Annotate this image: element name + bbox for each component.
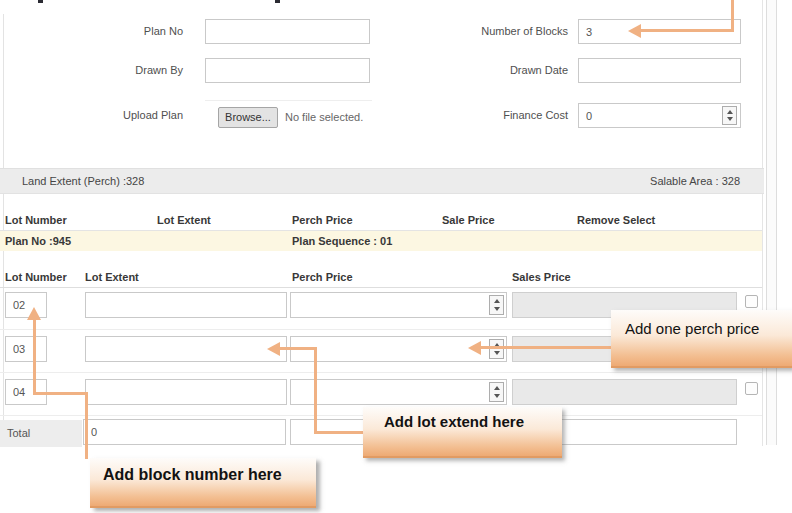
drawn-date-input[interactable] (578, 58, 741, 83)
total-lot-extent-input[interactable] (83, 419, 286, 445)
arrow-head-left-icon (468, 341, 481, 355)
lots-header-lot-number: Lot Number (5, 271, 67, 283)
finance-cost-input[interactable] (578, 103, 741, 128)
arrow-head-left-icon (628, 24, 641, 38)
arrow-line-perch-price (480, 346, 611, 349)
arrow-line-block-number (33, 392, 88, 395)
sales-price-input (512, 379, 737, 405)
plan-sequence-text: Plan Sequence : 01 (292, 235, 392, 247)
divider (0, 287, 762, 288)
plan-header-lot-number: Lot Number (5, 214, 67, 226)
upload-plan-label: Upload Plan (60, 109, 183, 121)
plan-entry-screen: Plan No Drawn By Upload Plan Browse... N… (0, 0, 792, 513)
arrow-head-left-icon (267, 342, 280, 356)
drawn-date-label: Drawn Date (420, 64, 568, 76)
browse-button[interactable]: Browse... (218, 107, 278, 128)
perch-price-spinner[interactable] (489, 382, 504, 402)
spinner-up-icon[interactable] (494, 386, 500, 390)
callout-block-number: Add block number here (90, 458, 316, 508)
drawn-by-label: Drawn By (60, 64, 183, 76)
cropped-text-fragment (275, 0, 280, 3)
arrow-line-lot-extent (280, 347, 317, 350)
plan-header-perch-price: Perch Price (292, 214, 353, 226)
lots-header-sales-price: Sales Price (512, 271, 571, 283)
arrow-line-lot-extent (314, 347, 317, 434)
remove-select-checkbox[interactable] (745, 382, 758, 395)
arrow-line-number-of-blocks (731, 0, 734, 32)
file-status-text: No file selected. (285, 111, 363, 123)
spinner-up-icon[interactable] (494, 299, 500, 303)
spinner-down-icon[interactable] (727, 117, 733, 121)
remove-select-checkbox[interactable] (745, 295, 758, 308)
arrow-line-number-of-blocks (640, 29, 734, 32)
lots-header-lot-extent: Lot Extent (85, 271, 139, 283)
perch-price-input[interactable] (290, 292, 507, 318)
perch-price-spinner[interactable] (489, 339, 504, 359)
land-extent-text: Land Extent (Perch) :328 (0, 175, 144, 187)
lot-number-input[interactable] (5, 336, 47, 362)
spinner-down-icon[interactable] (494, 307, 500, 311)
salable-area-text: Salable Area : 328 (650, 175, 764, 187)
row-separator (0, 372, 762, 373)
callout-lot-extent: Add lot extend here (363, 407, 562, 458)
perch-price-input[interactable] (290, 379, 507, 405)
lot-extent-input[interactable] (85, 292, 287, 318)
spinner-up-icon[interactable] (727, 110, 733, 114)
panel-right-border (762, 0, 763, 446)
spinner-down-icon[interactable] (494, 394, 500, 398)
drawn-by-input[interactable] (205, 58, 370, 83)
upload-area-top-border (205, 100, 372, 101)
arrow-line-block-number (85, 392, 88, 459)
arrow-line-lot-extent (314, 431, 363, 434)
summary-bar: Land Extent (Perch) :328 Salable Area : … (0, 168, 764, 194)
plan-header-lot-extent: Lot Extent (157, 214, 211, 226)
finance-cost-label: Finance Cost (420, 109, 568, 121)
cropped-text-fragment (38, 0, 43, 3)
finance-cost-spinner[interactable] (722, 106, 737, 125)
spinner-down-icon[interactable] (494, 351, 500, 355)
perch-price-spinner[interactable] (489, 295, 504, 315)
plan-header-remove-select: Remove Select (577, 214, 655, 226)
plan-no-text: Plan No :945 (5, 235, 71, 247)
total-label: Total (7, 427, 30, 439)
number-of-blocks-label: Number of Blocks (420, 25, 568, 37)
arrow-head-up-icon (27, 307, 41, 320)
callout-perch-price: Add one perch price (611, 310, 792, 368)
plan-no-input[interactable] (205, 19, 370, 44)
lot-extent-input[interactable] (85, 379, 287, 405)
plan-header-sale-price: Sale Price (442, 214, 495, 226)
plan-no-label: Plan No (60, 25, 183, 37)
arrow-line-block-number (33, 320, 36, 395)
lot-extent-input[interactable] (85, 336, 287, 362)
vertical-scrollbar[interactable] (766, 0, 777, 445)
lots-header-perch-price: Perch Price (292, 271, 353, 283)
